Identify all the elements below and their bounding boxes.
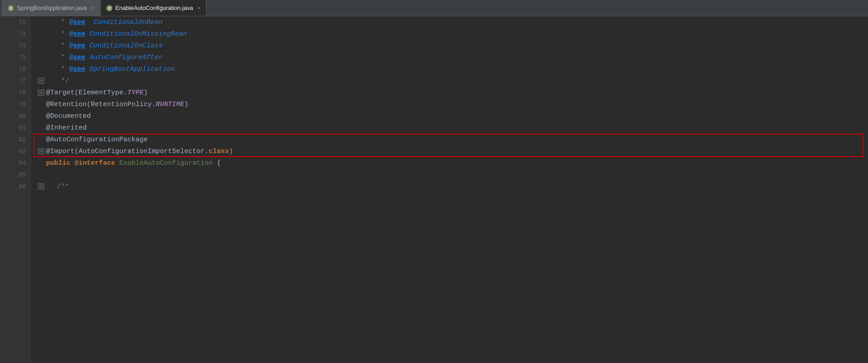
line-72-ref: ConditionalOnBean [85,19,163,26]
code-line-79: @Retention ( RetentionPolicy . RUNTIME ) [38,98,868,110]
code-line-76: * @see SpringBootApplication [38,63,868,75]
line-num-75: 75 [0,51,30,63]
line-79-lparen: ( [87,101,91,108]
fold-icon-83[interactable]: − [38,148,44,154]
code-line-83: − @Import ( AutoConfigurationImportSelec… [38,145,868,157]
line-86-javadoc: /** [57,183,69,191]
line-78-annotation: @Target [46,89,75,97]
tab-icon-springboot: @ [8,5,14,11]
line-83-rparen: ) [229,148,233,155]
line-79-annotation: @Retention [46,101,87,108]
tab-close-enableauto[interactable]: × [197,5,201,11]
line-79-dot: . [152,101,156,108]
line-74-star: * [57,42,69,50]
line-num-76: 76 [0,63,30,75]
line-73-see[interactable]: @see [69,30,85,38]
fold-icon-77[interactable]: − [38,78,44,84]
line-83-import: @Import [46,148,75,155]
line-75-star: * [57,54,69,61]
code-line-74: * @see ConditionalOnClass [38,40,868,51]
line-77-content: */ [57,77,69,85]
code-line-84: public @interface EnableAutoConfiguratio… [38,157,868,169]
line-76-ref: SpringBootApplication [85,65,175,73]
code-line-86: − /** [38,181,868,192]
line-78-lparen: ( [75,89,79,97]
code-line-85 [38,169,868,181]
line-81-annotation: @Inherited [46,124,87,132]
line-num-84: 84 [0,157,30,169]
editor-container: @ SpringBootApplication.java × @ EnableA… [0,0,868,363]
tab-bar: @ SpringBootApplication.java × @ EnableA… [0,0,868,16]
line-83-classname: AutoConfigurationImportSelector [79,148,205,155]
line-num-78: 78 [0,87,30,98]
line-83-dot: . [205,148,209,155]
line-number-gutter: 72 73 74 75 76 77 78 79 80 81 82 83 84 8… [0,16,31,363]
line-num-77: 77 [0,75,30,87]
line-84-iface-name: EnableAutoConfiguration [119,159,217,167]
line-num-74: 74 [0,40,30,51]
tab-springboot[interactable]: @ SpringBootApplication.java × [2,0,100,16]
line-72-see[interactable]: @see [69,19,85,26]
code-line-78: − @Target ( ElementType . TYPE ) [38,87,868,98]
line-num-85: 85 [0,169,30,181]
line-74-see[interactable]: @see [69,42,85,50]
code-line-73: * @see ConditionalOnMissingBean [38,28,868,40]
line-79-classname: RetentionPolicy [91,101,152,108]
line-78-dot: . [123,89,127,97]
line-num-72: 72 [0,16,30,28]
line-82-annotation: @AutoConfigurationPackage [46,136,148,144]
line-83-lparen: ( [75,148,79,155]
code-line-77: − */ [38,75,868,87]
line-76-see[interactable]: @see [69,65,85,73]
line-78-rparen: ) [144,89,148,97]
line-num-86: 86 [0,181,30,192]
tab-icon-enableauto: @ [106,5,112,11]
code-line-80: @Documented [38,110,868,122]
code-line-75: * @see AutoConfigureAfter [38,51,868,63]
fold-icon-78[interactable]: − [38,89,44,96]
line-79-enumval: RUNTIME [156,101,184,108]
line-84-brace: { [217,159,221,167]
line-80-annotation: @Documented [46,112,91,120]
code-line-72: * @see ConditionalOnBean [38,16,868,28]
line-79-rparen: ) [184,101,188,108]
line-num-83: 83 [0,145,30,157]
lines-wrapper: * @see ConditionalOnBean * @see Conditio… [38,16,868,192]
line-num-81: 81 [0,122,30,134]
tab-label-enableauto: EnableAutoConfiguration.java [115,5,193,11]
line-72-star: * [57,19,69,26]
line-num-73: 73 [0,28,30,40]
line-73-star: * [57,30,69,38]
tab-enableauto[interactable]: @ EnableAutoConfiguration.java × [100,0,206,16]
code-content[interactable]: * @see ConditionalOnBean * @see Conditio… [31,16,868,363]
line-73-ref: ConditionalOnMissingBean [85,30,187,38]
fold-icon-86[interactable]: − [38,183,44,190]
line-84-at-interface: @interface [75,159,119,167]
line-75-see[interactable]: @see [69,54,85,61]
tab-close-springboot[interactable]: × [91,5,94,11]
tab-label-springboot: SpringBootApplication.java [17,5,87,11]
line-num-82: 82 [0,134,30,145]
code-line-81: @Inherited [38,122,868,134]
line-num-79: 79 [0,98,30,110]
line-74-ref: ConditionalOnClass [85,42,163,50]
line-78-classname: ElementType [79,89,123,97]
line-83-class-keyword: class [209,148,229,155]
line-num-80: 80 [0,110,30,122]
code-area: 72 73 74 75 76 77 78 79 80 81 82 83 84 8… [0,16,868,363]
highlight-region: @AutoConfigurationPackage − @Import ( Au… [38,134,868,157]
code-line-82: @AutoConfigurationPackage [38,134,868,145]
line-78-enumval: TYPE [127,89,144,97]
line-76-star: * [57,65,69,73]
line-84-public: public [46,159,75,167]
line-75-ref: AutoConfigureAfter [85,54,163,61]
